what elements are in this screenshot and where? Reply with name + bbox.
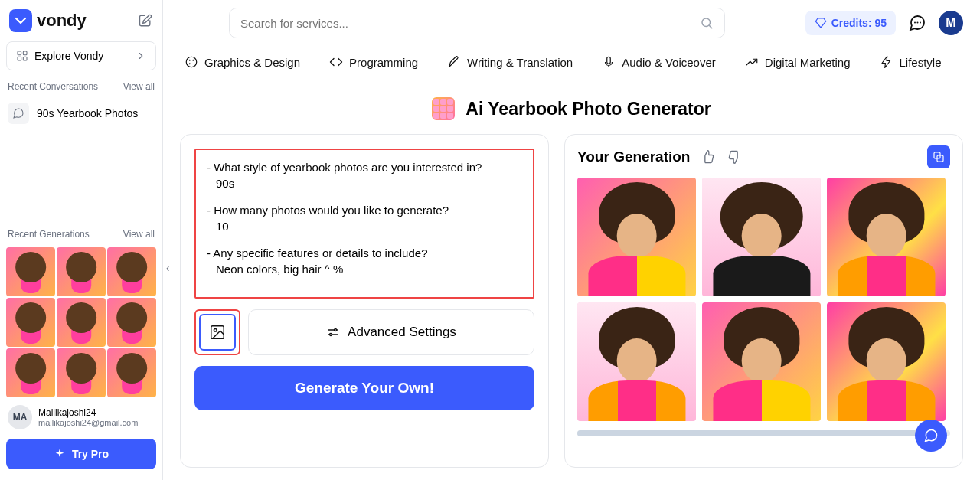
pen-icon	[447, 55, 461, 69]
page-title: Ai Yearbook Photo Generator	[466, 99, 710, 119]
svg-rect-2	[18, 57, 21, 60]
generation-thumb[interactable]	[107, 298, 156, 347]
search-icon	[700, 16, 714, 30]
svg-point-10	[192, 60, 194, 61]
view-all-generations-link[interactable]: View all	[123, 229, 155, 240]
svg-point-8	[186, 57, 197, 67]
thumbs-down-icon[interactable]	[727, 149, 742, 165]
tab-programming[interactable]: Programming	[329, 55, 418, 69]
chat-icon	[8, 103, 29, 124]
prompt-card: - What style of yearbook photos are you …	[180, 134, 549, 468]
user-email: mallikajoshi24@gmail.com	[38, 418, 138, 427]
prompt-text-area[interactable]: - What style of yearbook photos are you …	[194, 149, 534, 299]
code-icon	[329, 55, 343, 69]
diamond-icon	[815, 17, 827, 29]
tab-lifestyle[interactable]: Lifestyle	[880, 55, 942, 69]
conversation-item[interactable]: 90s Yearbook Photos	[5, 98, 158, 129]
explore-vondy-button[interactable]: Explore Vondy	[6, 41, 156, 70]
sidebar: vondy Explore Vondy Recent Conversations…	[0, 0, 163, 480]
svg-point-6	[917, 22, 919, 24]
messages-icon[interactable]	[908, 14, 926, 32]
result-image[interactable]	[702, 178, 821, 296]
generation-thumb[interactable]	[57, 247, 106, 296]
svg-point-15	[335, 329, 337, 331]
tab-label: Graphics & Design	[204, 56, 300, 69]
category-tabs: Graphics & Design Programming Writing & …	[163, 38, 980, 80]
result-image[interactable]	[827, 302, 946, 421]
generate-label: Generate Your Own!	[295, 380, 434, 396]
svg-point-14	[214, 328, 217, 331]
svg-point-4	[702, 18, 710, 27]
prompt-line: 90s	[207, 175, 522, 191]
svg-point-11	[189, 63, 191, 64]
conversation-label: 90s Yearbook Photos	[37, 107, 138, 119]
search-input[interactable]	[240, 17, 694, 30]
bolt-icon	[880, 55, 893, 69]
prompt-line: - How many photos would you like to gene…	[207, 202, 522, 218]
image-upload-button[interactable]	[194, 309, 240, 355]
svg-point-7	[920, 22, 921, 24]
credits-badge[interactable]: Credits: 95	[805, 11, 896, 35]
main-content: ‹ Credits: 95 M Graphics & Design	[163, 0, 980, 480]
generation-thumb[interactable]	[107, 348, 156, 397]
sparkle-icon	[54, 448, 66, 460]
chat-fab[interactable]	[915, 420, 947, 452]
user-name: Mallikajoshi24	[38, 407, 138, 418]
user-avatar: MA	[8, 405, 32, 429]
prompt-line: - What style of yearbook photos are you …	[207, 159, 522, 175]
brand-logo[interactable]: vondy	[9, 9, 87, 32]
result-image[interactable]	[702, 302, 821, 421]
chat-bubble-icon	[923, 428, 939, 443]
tab-digital-marketing[interactable]: Digital Marketing	[745, 55, 851, 69]
svg-rect-12	[607, 57, 611, 64]
grid-icon	[16, 50, 28, 62]
sliders-icon	[326, 325, 340, 339]
brand-name: vondy	[37, 11, 87, 31]
svg-point-16	[330, 334, 332, 336]
sidebar-collapse-handle[interactable]: ‹	[162, 259, 173, 277]
user-profile[interactable]: MA Mallikajoshi24 mallikajoshi24@gmail.c…	[5, 399, 158, 436]
tab-graphics-design[interactable]: Graphics & Design	[185, 55, 300, 69]
account-avatar[interactable]: M	[939, 11, 963, 35]
prompt-line: Neon colors, big hair ^ %	[207, 261, 522, 277]
svg-point-9	[189, 60, 191, 61]
mic-icon	[602, 55, 616, 69]
advanced-settings-button[interactable]: Advanced Settings	[248, 309, 534, 355]
generation-thumb[interactable]	[6, 247, 55, 296]
try-pro-button[interactable]: Try Pro	[6, 439, 156, 469]
svg-rect-0	[18, 51, 21, 55]
advanced-settings-label: Advanced Settings	[348, 325, 456, 340]
recent-conversations-heading: Recent Conversations	[8, 81, 98, 92]
tab-label: Writing & Translation	[467, 56, 573, 69]
prompt-line: 10	[207, 218, 522, 234]
tab-label: Audio & Voiceover	[622, 56, 716, 69]
generation-thumb[interactable]	[57, 298, 106, 347]
chevron-right-icon	[136, 51, 146, 61]
thumbs-up-icon[interactable]	[701, 149, 716, 165]
compose-icon[interactable]	[138, 13, 153, 28]
recent-generations-heading: Recent Generations	[8, 229, 90, 240]
tab-label: Programming	[349, 56, 418, 69]
svg-rect-3	[23, 57, 27, 60]
horizontal-scrollbar[interactable]	[577, 430, 950, 436]
search-bar[interactable]	[229, 8, 725, 38]
try-pro-label: Try Pro	[72, 448, 109, 460]
generate-button[interactable]: Generate Your Own!	[194, 366, 534, 410]
result-image[interactable]	[577, 178, 696, 296]
copy-button[interactable]	[927, 145, 950, 168]
view-all-conversations-link[interactable]: View all	[123, 81, 155, 92]
logo-mark-icon	[9, 9, 32, 32]
tab-label: Lifestyle	[900, 56, 942, 69]
generation-thumb[interactable]	[57, 348, 106, 397]
generation-results-grid	[577, 178, 950, 424]
tab-writing-translation[interactable]: Writing & Translation	[447, 55, 573, 69]
generation-thumb[interactable]	[6, 298, 55, 347]
tab-audio-voiceover[interactable]: Audio & Voiceover	[602, 55, 716, 69]
tab-label: Digital Marketing	[765, 56, 851, 69]
prompt-line: - Any specific features or details to in…	[207, 245, 522, 261]
copy-icon	[933, 151, 945, 163]
generation-thumb[interactable]	[6, 348, 55, 397]
result-image[interactable]	[827, 178, 946, 296]
result-image[interactable]	[577, 302, 696, 421]
generation-thumb[interactable]	[107, 247, 156, 296]
